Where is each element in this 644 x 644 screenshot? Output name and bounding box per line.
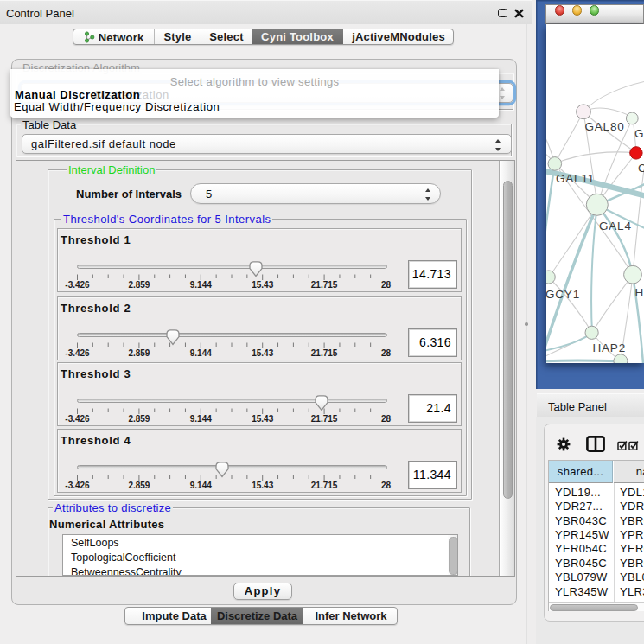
svg-text:GAL4: GAL4 bbox=[599, 220, 632, 233]
svg-text:GCY1: GCY1 bbox=[546, 288, 580, 301]
svg-text:GAL11: GAL11 bbox=[556, 172, 595, 185]
svg-text:HAP2: HAP2 bbox=[593, 341, 626, 354]
svg-text:GAL80: GAL80 bbox=[585, 120, 625, 133]
svg-text:H: H bbox=[635, 286, 644, 299]
svg-text:GA: GA bbox=[634, 127, 644, 140]
svg-text:C: C bbox=[638, 162, 644, 175]
